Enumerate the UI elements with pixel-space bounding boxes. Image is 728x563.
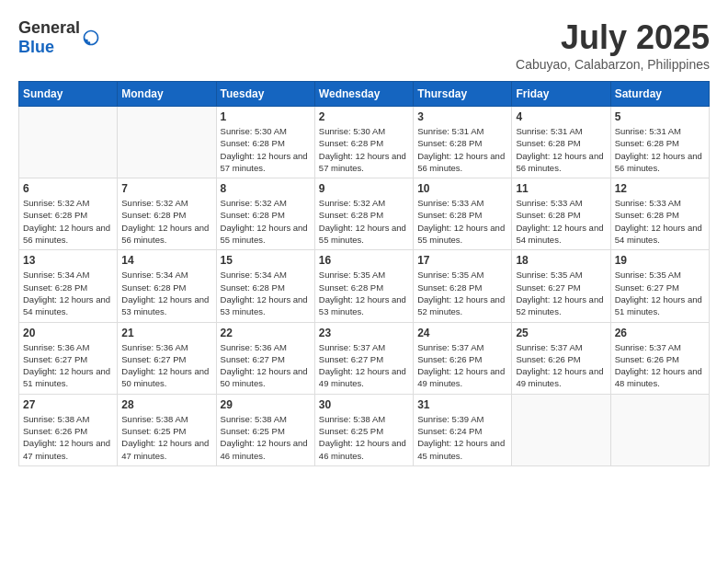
day-number: 8 bbox=[221, 182, 311, 195]
calendar-cell: 18Sunrise: 5:35 AM Sunset: 6:27 PM Dayli… bbox=[512, 250, 610, 322]
day-number: 14 bbox=[121, 254, 211, 267]
calendar-cell: 21Sunrise: 5:36 AM Sunset: 6:27 PM Dayli… bbox=[118, 322, 216, 394]
calendar-cell: 28Sunrise: 5:38 AM Sunset: 6:25 PM Dayli… bbox=[118, 394, 216, 465]
calendar-cell: 1Sunrise: 5:30 AM Sunset: 6:28 PM Daylig… bbox=[216, 107, 314, 178]
day-info: Sunrise: 5:30 AM Sunset: 6:28 PM Dayligh… bbox=[319, 125, 409, 174]
calendar-cell: 25Sunrise: 5:37 AM Sunset: 6:26 PM Dayli… bbox=[512, 322, 610, 394]
day-info: Sunrise: 5:32 AM Sunset: 6:28 PM Dayligh… bbox=[319, 197, 409, 246]
calendar-cell: 31Sunrise: 5:39 AM Sunset: 6:24 PM Dayli… bbox=[414, 394, 512, 465]
day-info: Sunrise: 5:38 AM Sunset: 6:25 PM Dayligh… bbox=[319, 413, 409, 462]
calendar-cell: 7Sunrise: 5:32 AM Sunset: 6:28 PM Daylig… bbox=[118, 178, 216, 250]
day-number: 5 bbox=[615, 110, 705, 123]
calendar-cell: 11Sunrise: 5:33 AM Sunset: 6:28 PM Dayli… bbox=[512, 178, 610, 250]
day-number: 31 bbox=[417, 398, 507, 411]
day-info: Sunrise: 5:32 AM Sunset: 6:28 PM Dayligh… bbox=[221, 197, 311, 246]
day-info: Sunrise: 5:39 AM Sunset: 6:24 PM Dayligh… bbox=[417, 413, 507, 462]
logo: General Blue bbox=[18, 18, 100, 57]
calendar-week-row: 13Sunrise: 5:34 AM Sunset: 6:28 PM Dayli… bbox=[19, 250, 710, 322]
day-info: Sunrise: 5:35 AM Sunset: 6:28 PM Dayligh… bbox=[319, 269, 409, 317]
calendar-week-row: 6Sunrise: 5:32 AM Sunset: 6:28 PM Daylig… bbox=[19, 178, 710, 250]
calendar-week-row: 20Sunrise: 5:36 AM Sunset: 6:27 PM Dayli… bbox=[19, 322, 710, 394]
calendar-cell: 10Sunrise: 5:33 AM Sunset: 6:28 PM Dayli… bbox=[414, 178, 512, 250]
day-info: Sunrise: 5:33 AM Sunset: 6:28 PM Dayligh… bbox=[615, 197, 705, 246]
calendar-cell: 4Sunrise: 5:31 AM Sunset: 6:28 PM Daylig… bbox=[512, 107, 610, 178]
day-number: 28 bbox=[121, 398, 211, 411]
weekday-header-thursday: Thursday bbox=[414, 82, 512, 107]
page-header: General Blue July 2025 Cabuyao, Calabarz… bbox=[18, 18, 710, 72]
calendar-cell: 16Sunrise: 5:35 AM Sunset: 6:28 PM Dayli… bbox=[314, 250, 413, 322]
day-info: Sunrise: 5:30 AM Sunset: 6:28 PM Dayligh… bbox=[221, 125, 311, 174]
calendar-cell: 22Sunrise: 5:36 AM Sunset: 6:27 PM Dayli… bbox=[216, 322, 314, 394]
calendar-cell: 23Sunrise: 5:37 AM Sunset: 6:27 PM Dayli… bbox=[314, 322, 413, 394]
calendar-cell: 3Sunrise: 5:31 AM Sunset: 6:28 PM Daylig… bbox=[414, 107, 512, 178]
day-info: Sunrise: 5:37 AM Sunset: 6:26 PM Dayligh… bbox=[417, 341, 507, 390]
day-info: Sunrise: 5:35 AM Sunset: 6:27 PM Dayligh… bbox=[615, 269, 705, 317]
day-number: 25 bbox=[516, 327, 606, 339]
day-number: 10 bbox=[417, 182, 507, 195]
day-number: 30 bbox=[319, 398, 409, 411]
logo-general: General bbox=[18, 18, 80, 37]
logo-icon bbox=[82, 29, 100, 47]
calendar-cell bbox=[118, 107, 216, 178]
calendar-cell: 12Sunrise: 5:33 AM Sunset: 6:28 PM Dayli… bbox=[610, 178, 709, 250]
day-number: 1 bbox=[221, 110, 311, 123]
day-info: Sunrise: 5:35 AM Sunset: 6:27 PM Dayligh… bbox=[516, 269, 606, 317]
day-info: Sunrise: 5:34 AM Sunset: 6:28 PM Dayligh… bbox=[221, 269, 311, 317]
weekday-header-sunday: Sunday bbox=[19, 82, 118, 107]
calendar-cell: 2Sunrise: 5:30 AM Sunset: 6:28 PM Daylig… bbox=[314, 107, 413, 178]
day-info: Sunrise: 5:37 AM Sunset: 6:26 PM Dayligh… bbox=[615, 341, 705, 390]
day-number: 4 bbox=[516, 110, 606, 123]
logo-blue: Blue bbox=[18, 38, 54, 56]
calendar-cell bbox=[610, 394, 709, 465]
weekday-header-wednesday: Wednesday bbox=[314, 82, 413, 107]
calendar-cell: 30Sunrise: 5:38 AM Sunset: 6:25 PM Dayli… bbox=[314, 394, 413, 465]
day-info: Sunrise: 5:38 AM Sunset: 6:25 PM Dayligh… bbox=[121, 413, 211, 462]
calendar-cell: 20Sunrise: 5:36 AM Sunset: 6:27 PM Dayli… bbox=[19, 322, 118, 394]
day-number: 12 bbox=[615, 182, 705, 195]
calendar-cell: 8Sunrise: 5:32 AM Sunset: 6:28 PM Daylig… bbox=[216, 178, 314, 250]
day-info: Sunrise: 5:36 AM Sunset: 6:27 PM Dayligh… bbox=[23, 341, 113, 390]
day-number: 7 bbox=[121, 182, 211, 195]
day-info: Sunrise: 5:36 AM Sunset: 6:27 PM Dayligh… bbox=[221, 341, 311, 390]
calendar-cell bbox=[19, 107, 118, 178]
logo-text: General Blue bbox=[18, 18, 80, 57]
day-number: 13 bbox=[23, 254, 113, 267]
weekday-header-saturday: Saturday bbox=[610, 82, 709, 107]
calendar-table: SundayMondayTuesdayWednesdayThursdayFrid… bbox=[18, 81, 710, 466]
day-info: Sunrise: 5:31 AM Sunset: 6:28 PM Dayligh… bbox=[417, 125, 507, 174]
calendar-cell: 29Sunrise: 5:38 AM Sunset: 6:25 PM Dayli… bbox=[216, 394, 314, 465]
day-info: Sunrise: 5:32 AM Sunset: 6:28 PM Dayligh… bbox=[121, 197, 211, 246]
day-info: Sunrise: 5:38 AM Sunset: 6:26 PM Dayligh… bbox=[23, 413, 113, 462]
day-number: 26 bbox=[615, 327, 705, 339]
day-number: 17 bbox=[417, 254, 507, 267]
calendar-cell: 13Sunrise: 5:34 AM Sunset: 6:28 PM Dayli… bbox=[19, 250, 118, 322]
day-info: Sunrise: 5:36 AM Sunset: 6:27 PM Dayligh… bbox=[121, 341, 211, 390]
day-info: Sunrise: 5:31 AM Sunset: 6:28 PM Dayligh… bbox=[615, 125, 705, 174]
day-info: Sunrise: 5:33 AM Sunset: 6:28 PM Dayligh… bbox=[417, 197, 507, 246]
day-info: Sunrise: 5:32 AM Sunset: 6:28 PM Dayligh… bbox=[23, 197, 113, 246]
day-number: 21 bbox=[121, 327, 211, 339]
day-number: 2 bbox=[319, 110, 409, 123]
day-number: 11 bbox=[516, 182, 606, 195]
location-subtitle: Cabuyao, Calabarzon, Philippines bbox=[516, 57, 710, 72]
day-number: 20 bbox=[23, 327, 113, 339]
calendar-week-row: 27Sunrise: 5:38 AM Sunset: 6:26 PM Dayli… bbox=[19, 394, 710, 465]
weekday-header-tuesday: Tuesday bbox=[216, 82, 314, 107]
day-number: 18 bbox=[516, 254, 606, 267]
day-number: 24 bbox=[417, 327, 507, 339]
day-number: 29 bbox=[221, 398, 311, 411]
day-number: 3 bbox=[417, 110, 507, 123]
calendar-cell: 19Sunrise: 5:35 AM Sunset: 6:27 PM Dayli… bbox=[610, 250, 709, 322]
calendar-cell: 26Sunrise: 5:37 AM Sunset: 6:26 PM Dayli… bbox=[610, 322, 709, 394]
calendar-cell: 14Sunrise: 5:34 AM Sunset: 6:28 PM Dayli… bbox=[118, 250, 216, 322]
calendar-cell: 24Sunrise: 5:37 AM Sunset: 6:26 PM Dayli… bbox=[414, 322, 512, 394]
day-info: Sunrise: 5:31 AM Sunset: 6:28 PM Dayligh… bbox=[516, 125, 606, 174]
month-year-title: July 2025 bbox=[516, 18, 710, 57]
calendar-cell: 27Sunrise: 5:38 AM Sunset: 6:26 PM Dayli… bbox=[19, 394, 118, 465]
calendar-cell: 5Sunrise: 5:31 AM Sunset: 6:28 PM Daylig… bbox=[610, 107, 709, 178]
calendar-week-row: 1Sunrise: 5:30 AM Sunset: 6:28 PM Daylig… bbox=[19, 107, 710, 178]
day-info: Sunrise: 5:34 AM Sunset: 6:28 PM Dayligh… bbox=[23, 269, 113, 317]
day-info: Sunrise: 5:37 AM Sunset: 6:27 PM Dayligh… bbox=[319, 341, 409, 390]
day-info: Sunrise: 5:38 AM Sunset: 6:25 PM Dayligh… bbox=[221, 413, 311, 462]
calendar-cell: 15Sunrise: 5:34 AM Sunset: 6:28 PM Dayli… bbox=[216, 250, 314, 322]
